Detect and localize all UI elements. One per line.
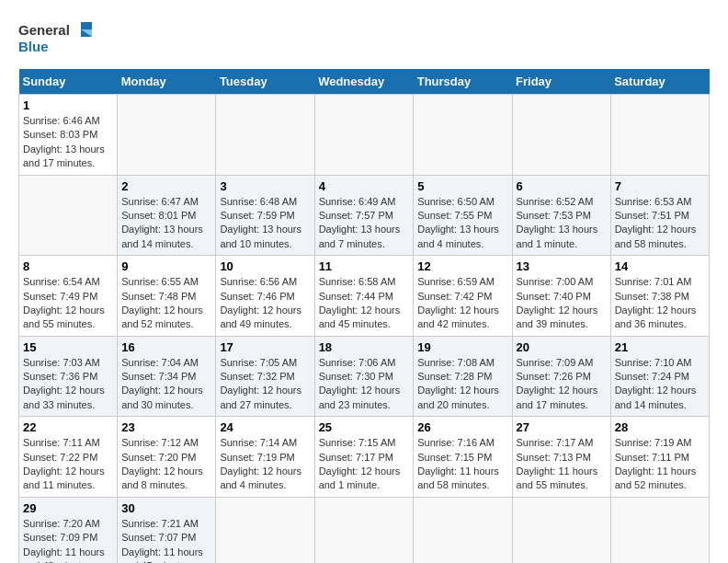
calendar-cell: 2Sunrise: 6:47 AM Sunset: 8:01 PM Daylig… xyxy=(118,175,216,256)
calendar-cell: 28Sunrise: 7:19 AM Sunset: 7:11 PM Dayli… xyxy=(610,417,709,498)
column-header-wednesday: Wednesday xyxy=(314,69,414,95)
calendar-cell xyxy=(19,175,118,256)
calendar-table: SundayMondayTuesdayWednesdayThursdayFrid… xyxy=(18,69,710,563)
calendar-cell: 11Sunrise: 6:58 AM Sunset: 7:44 PM Dayli… xyxy=(314,256,414,337)
svg-text:Blue: Blue xyxy=(18,39,49,54)
svg-text:General: General xyxy=(18,22,70,38)
column-header-sunday: Sunday xyxy=(19,69,118,95)
calendar-cell: 25Sunrise: 7:15 AM Sunset: 7:17 PM Dayli… xyxy=(314,417,414,498)
calendar-cell xyxy=(118,95,216,176)
calendar-cell: 5Sunrise: 6:50 AM Sunset: 7:55 PM Daylig… xyxy=(414,175,512,256)
calendar-cell: 18Sunrise: 7:06 AM Sunset: 7:30 PM Dayli… xyxy=(314,336,414,417)
calendar-cell: 23Sunrise: 7:12 AM Sunset: 7:20 PM Dayli… xyxy=(118,417,216,498)
calendar-cell: 13Sunrise: 7:00 AM Sunset: 7:40 PM Dayli… xyxy=(512,256,610,337)
calendar-cell: 16Sunrise: 7:04 AM Sunset: 7:34 PM Dayli… xyxy=(118,336,216,417)
calendar-cell xyxy=(610,497,709,563)
calendar-cell: 21Sunrise: 7:10 AM Sunset: 7:24 PM Dayli… xyxy=(610,336,709,417)
calendar-cell xyxy=(314,497,414,563)
column-header-friday: Friday xyxy=(512,69,610,95)
column-header-tuesday: Tuesday xyxy=(216,69,314,95)
week-row-1: 2Sunrise: 6:47 AM Sunset: 8:01 PM Daylig… xyxy=(19,175,710,256)
calendar-cell: 15Sunrise: 7:03 AM Sunset: 7:36 PM Dayli… xyxy=(19,336,118,417)
calendar-cell: 17Sunrise: 7:05 AM Sunset: 7:32 PM Dayli… xyxy=(216,336,314,417)
calendar-cell: 29Sunrise: 7:20 AM Sunset: 7:09 PM Dayli… xyxy=(19,497,118,563)
calendar-cell xyxy=(314,95,414,176)
page-header: General Blue xyxy=(18,18,710,60)
calendar-cell xyxy=(512,497,610,563)
calendar-cell xyxy=(216,497,314,563)
week-row-2: 8Sunrise: 6:54 AM Sunset: 7:49 PM Daylig… xyxy=(19,256,710,337)
logo: General Blue xyxy=(18,18,92,60)
calendar-cell: 26Sunrise: 7:16 AM Sunset: 7:15 PM Dayli… xyxy=(414,417,512,498)
calendar-cell: 12Sunrise: 6:59 AM Sunset: 7:42 PM Dayli… xyxy=(414,256,512,337)
calendar-cell: 14Sunrise: 7:01 AM Sunset: 7:38 PM Dayli… xyxy=(610,256,709,337)
week-row-0: 1Sunrise: 6:46 AM Sunset: 8:03 PM Daylig… xyxy=(19,95,710,176)
calendar-cell: 10Sunrise: 6:56 AM Sunset: 7:46 PM Dayli… xyxy=(216,256,314,337)
calendar-cell: 8Sunrise: 6:54 AM Sunset: 7:49 PM Daylig… xyxy=(19,256,118,337)
column-header-monday: Monday xyxy=(118,69,216,95)
calendar-cell xyxy=(414,497,512,563)
calendar-cell: 6Sunrise: 6:52 AM Sunset: 7:53 PM Daylig… xyxy=(512,175,610,256)
calendar-cell: 1Sunrise: 6:46 AM Sunset: 8:03 PM Daylig… xyxy=(19,95,118,176)
calendar-cell: 24Sunrise: 7:14 AM Sunset: 7:19 PM Dayli… xyxy=(216,417,314,498)
calendar-cell: 3Sunrise: 6:48 AM Sunset: 7:59 PM Daylig… xyxy=(216,175,314,256)
header-row: SundayMondayTuesdayWednesdayThursdayFrid… xyxy=(19,69,710,95)
week-row-5: 29Sunrise: 7:20 AM Sunset: 7:09 PM Dayli… xyxy=(19,497,710,563)
calendar-cell: 22Sunrise: 7:11 AM Sunset: 7:22 PM Dayli… xyxy=(19,417,118,498)
calendar-cell: 19Sunrise: 7:08 AM Sunset: 7:28 PM Dayli… xyxy=(414,336,512,417)
calendar-cell: 4Sunrise: 6:49 AM Sunset: 7:57 PM Daylig… xyxy=(314,175,414,256)
calendar-cell: 30Sunrise: 7:21 AM Sunset: 7:07 PM Dayli… xyxy=(118,497,216,563)
calendar-cell: 7Sunrise: 6:53 AM Sunset: 7:51 PM Daylig… xyxy=(610,175,709,256)
calendar-cell xyxy=(216,95,314,176)
calendar-cell xyxy=(610,95,709,176)
calendar-cell: 27Sunrise: 7:17 AM Sunset: 7:13 PM Dayli… xyxy=(512,417,610,498)
column-header-saturday: Saturday xyxy=(610,69,709,95)
calendar-cell xyxy=(414,95,512,176)
week-row-4: 22Sunrise: 7:11 AM Sunset: 7:22 PM Dayli… xyxy=(19,417,710,498)
logo-svg: General Blue xyxy=(18,18,92,60)
week-row-3: 15Sunrise: 7:03 AM Sunset: 7:36 PM Dayli… xyxy=(19,336,710,417)
calendar-cell xyxy=(512,95,610,176)
column-header-thursday: Thursday xyxy=(414,69,512,95)
calendar-cell: 9Sunrise: 6:55 AM Sunset: 7:48 PM Daylig… xyxy=(118,256,216,337)
calendar-cell: 20Sunrise: 7:09 AM Sunset: 7:26 PM Dayli… xyxy=(512,336,610,417)
